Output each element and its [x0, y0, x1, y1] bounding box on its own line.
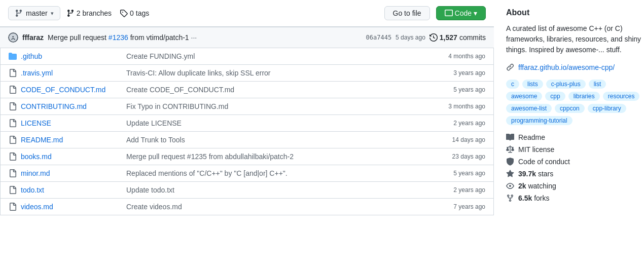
branches-count-label: 2 branches — [77, 9, 112, 17]
website-link[interactable]: fffaraz.github.io/awesome-cpp/ — [506, 63, 644, 71]
tags-link[interactable]: 0 tags — [120, 9, 149, 17]
stat-label: Readme — [518, 133, 545, 141]
file-commit-message: Create CODE_OF_CONDUCT.md — [126, 86, 431, 94]
chevron-down-icon: ▾ — [51, 10, 54, 17]
commits-link[interactable]: 1,527 commits — [430, 33, 486, 42]
topics-container: clistsc-plus-pluslistawesomecpplibraries… — [506, 80, 644, 125]
commit-meta: 06a7445 5 days ago 1,527 commits — [366, 33, 486, 42]
book-icon — [506, 133, 514, 141]
tag-icon — [120, 9, 128, 17]
stat-row-fork[interactable]: 6.5k forks — [506, 194, 644, 202]
commit-hash[interactable]: 06a7445 — [366, 34, 392, 41]
file-commit-message: Update LICENSE — [126, 119, 431, 127]
file-row: books.mdMerge pull request #1235 from ab… — [1, 148, 493, 165]
file-commit-message: Add Trunk to Tools — [126, 136, 431, 144]
shield-icon — [506, 158, 514, 166]
topic-tag[interactable]: awesome-list — [506, 104, 552, 113]
avatar[interactable] — [8, 32, 18, 43]
commit-pr-link[interactable]: #1236 — [109, 33, 128, 42]
star-icon — [506, 170, 514, 178]
latest-commit-row: fffaraz Merge pull request #1236 from vt… — [0, 27, 494, 48]
stat-label: watching — [528, 182, 556, 190]
file-row: CONTRIBUTING.mdFix Typo in CONTRIBUTING.… — [1, 98, 493, 115]
file-name[interactable]: .github — [21, 52, 122, 60]
file-row: README.mdAdd Trunk to Tools14 days ago — [1, 132, 493, 148]
file-name[interactable]: CODE_OF_CONDUCT.md — [21, 86, 122, 94]
topic-tag[interactable]: c — [506, 80, 519, 89]
website-url: fffaraz.github.io/awesome-cpp/ — [518, 63, 615, 71]
stat-row-shield[interactable]: Code of conduct — [506, 158, 644, 166]
stat-row-star[interactable]: 39.7k stars — [506, 170, 644, 178]
branch-small-icon — [66, 9, 75, 17]
meta-links: 2 branches 0 tags — [66, 9, 149, 17]
topic-tag[interactable]: resources — [603, 92, 640, 101]
branch-icon — [15, 9, 23, 17]
topic-tag[interactable]: c-plus-plus — [546, 80, 586, 89]
repo-stats: ReadmeMIT licenseCode of conduct39.7k st… — [506, 133, 644, 202]
topic-tag[interactable]: cppcon — [555, 104, 585, 113]
folder-icon — [9, 52, 17, 60]
stat-count: 39.7k — [518, 170, 536, 178]
file-name[interactable]: README.md — [21, 136, 122, 144]
file-commit-message: Replaced mentions of "C/C++" by "C [and|… — [126, 169, 431, 177]
fork-icon — [506, 194, 514, 202]
topic-tag[interactable]: lists — [522, 80, 543, 89]
sidebar: About A curated list of awesome C++ (or … — [494, 0, 644, 215]
link-icon — [506, 63, 514, 71]
file-row: todo.txtUpdate todo.txt2 years ago — [1, 182, 493, 199]
file-commit-message: Update todo.txt — [126, 186, 431, 194]
code-chevron-icon: ▾ — [474, 9, 477, 17]
file-icon — [9, 102, 17, 110]
file-icon — [9, 203, 17, 211]
topic-tag[interactable]: cpp — [545, 92, 565, 101]
topic-tag[interactable]: awesome — [506, 92, 542, 101]
file-row: .githubCreate FUNDING.yml4 months ago — [1, 48, 493, 65]
file-row: minor.mdReplaced mentions of "C/C++" by … — [1, 165, 493, 182]
commit-time: 5 days ago — [396, 34, 425, 41]
file-time: 7 years ago — [435, 203, 485, 210]
stat-row-scale[interactable]: MIT license — [506, 145, 644, 154]
file-name[interactable]: CONTRIBUTING.md — [21, 102, 122, 110]
file-name[interactable]: videos.md — [21, 203, 122, 211]
file-row: .travis.ymlTravis-CI: Allow duplicate li… — [1, 65, 493, 82]
stat-row-book[interactable]: Readme — [506, 133, 644, 141]
scale-icon — [506, 145, 514, 154]
stat-count: 6.5k — [518, 194, 532, 202]
commit-dots[interactable]: ··· — [191, 33, 197, 42]
file-time: 3 months ago — [435, 103, 485, 110]
file-commit-message: Create videos.md — [126, 203, 431, 211]
file-icon — [9, 86, 17, 94]
file-icon — [9, 152, 17, 161]
goto-file-button[interactable]: Go to file — [384, 6, 430, 20]
stat-label: forks — [534, 194, 549, 202]
stat-label: MIT license — [518, 145, 554, 154]
topic-tag[interactable]: programming-tutorial — [506, 116, 573, 125]
file-commit-message: Fix Typo in CONTRIBUTING.md — [126, 102, 431, 110]
code-button[interactable]: Code ▾ — [436, 6, 486, 20]
file-commit-message: Travis-CI: Allow duplicate links, skip S… — [126, 69, 431, 77]
stat-count: 2k — [518, 182, 526, 190]
toolbar: master ▾ 2 branches 0 tags — [0, 0, 494, 27]
branches-link[interactable]: 2 branches — [66, 9, 112, 17]
file-icon — [9, 136, 17, 144]
file-name[interactable]: LICENSE — [21, 119, 122, 127]
file-icon — [9, 186, 17, 194]
topic-tag[interactable]: libraries — [568, 92, 600, 101]
topic-tag[interactable]: cpp-library — [588, 104, 626, 113]
file-icon — [9, 69, 17, 77]
file-icon — [9, 169, 17, 177]
file-list: .githubCreate FUNDING.yml4 months ago.tr… — [0, 48, 494, 215]
stat-row-eye[interactable]: 2k watching — [506, 182, 644, 190]
file-row: LICENSEUpdate LICENSE2 years ago — [1, 115, 493, 132]
file-name[interactable]: todo.txt — [21, 186, 122, 194]
file-pr-link[interactable]: #1235 — [187, 152, 207, 161]
branch-selector[interactable]: master ▾ — [8, 6, 60, 20]
file-name[interactable]: minor.md — [21, 169, 122, 177]
topic-tag[interactable]: list — [589, 80, 606, 89]
file-name[interactable]: books.md — [21, 152, 122, 161]
file-time: 23 days ago — [435, 153, 485, 160]
file-name[interactable]: .travis.yml — [21, 69, 122, 77]
commit-author[interactable]: fffaraz — [22, 33, 44, 42]
stat-label: Code of conduct — [518, 158, 570, 166]
eye-icon — [506, 182, 514, 190]
